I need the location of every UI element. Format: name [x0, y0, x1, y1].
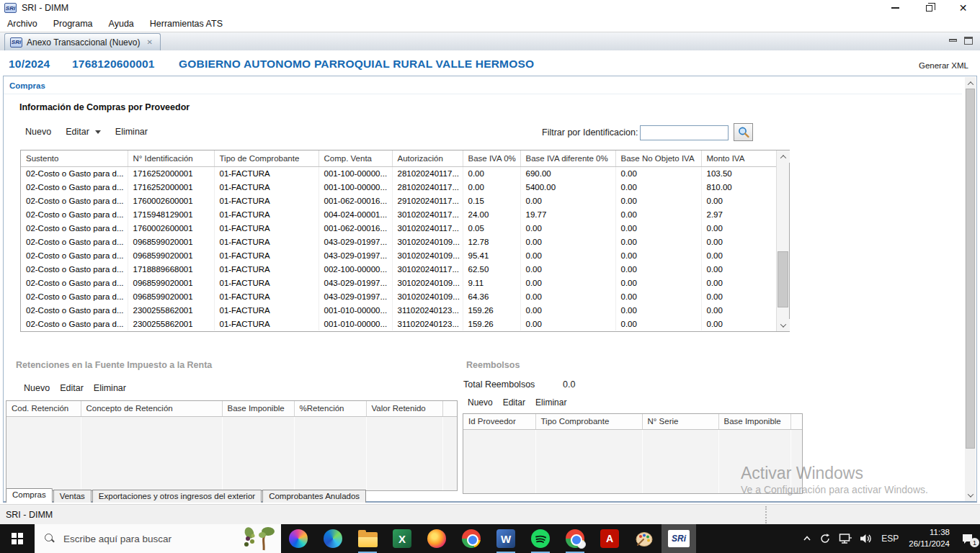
table-row[interactable]: 02-Costo o Gasto para d...09685990200010… — [21, 248, 776, 262]
generar-xml-button[interactable]: Generar XML — [919, 61, 968, 70]
col-n-serie[interactable]: N° Serie — [642, 414, 718, 429]
clock[interactable]: 11:38 26/11/2024 — [906, 527, 952, 549]
ret-nuevo-button[interactable]: Nuevo — [24, 383, 50, 393]
taskbar-sri-dimm[interactable]: SRi — [662, 524, 696, 553]
col-sustento[interactable]: Sustento — [21, 150, 128, 166]
sync-icon[interactable] — [819, 532, 832, 545]
cell: 01-FACTURA — [214, 276, 318, 289]
title-bar: SRi SRI - DIMM ✕ — [0, 0, 980, 16]
taskbar-acrobat[interactable]: A — [592, 524, 627, 553]
col-cod-retencion[interactable]: Cod. Retención — [6, 401, 81, 416]
col-base-iva-diferente[interactable]: Base IVA diferente 0% — [520, 150, 615, 166]
panel-maximize-icon[interactable] — [964, 37, 973, 45]
taskbar-paint[interactable] — [627, 524, 662, 553]
minimize-button[interactable] — [878, 0, 912, 16]
reem-nuevo-button[interactable]: Nuevo — [468, 397, 493, 408]
table-row[interactable]: 02-Costo o Gasto para d...09685990200010… — [21, 276, 776, 289]
tray-expand-icon[interactable] — [802, 534, 812, 544]
page-scrollbar[interactable] — [965, 77, 976, 501]
table-scrollbar[interactable] — [776, 150, 789, 331]
language-indicator[interactable]: ESP — [880, 534, 900, 544]
col-tipo-comprobante[interactable]: Tipo de Comprobante — [214, 150, 318, 166]
search-highlight-image[interactable] — [242, 526, 275, 552]
scroll-down-icon[interactable] — [777, 319, 790, 331]
taskbar-chrome[interactable] — [454, 524, 489, 553]
menu-ayuda[interactable]: Ayuda — [107, 19, 141, 29]
taskbar-search[interactable]: Escribe aquí para buscar — [35, 524, 281, 553]
col-pct-retencion[interactable]: %Retención — [294, 401, 366, 416]
cell: 1716252000001 — [128, 166, 214, 180]
menu-archivo[interactable]: Archivo — [6, 19, 45, 29]
table-row[interactable]: 02-Costo o Gasto para d...17600026000010… — [21, 194, 776, 207]
search-placeholder: Escribe aquí para buscar — [63, 534, 242, 544]
tab-anexo-transaccional[interactable]: SRi Anexo Transaccional (Nuevo) ✕ — [4, 33, 161, 50]
restore-button[interactable] — [912, 0, 946, 16]
taskbar-edge[interactable] — [316, 524, 350, 553]
scroll-up-icon[interactable] — [965, 77, 976, 89]
notification-center-button[interactable]: 1 — [958, 529, 977, 548]
table-row[interactable]: 02-Costo o Gasto para d...23002558620010… — [21, 303, 776, 317]
col-identificacion[interactable]: N° Identificación — [128, 150, 214, 166]
filter-input[interactable] — [640, 125, 729, 140]
eliminar-button[interactable]: Eliminar — [115, 127, 148, 137]
col-base-imponible[interactable]: Base Imponible — [222, 401, 294, 416]
taskbar-firefox[interactable] — [419, 524, 454, 553]
ret-eliminar-button[interactable]: Eliminar — [94, 383, 126, 393]
cell: 01-FACTURA — [214, 235, 318, 248]
taskbar-copilot[interactable] — [281, 524, 316, 553]
table-row[interactable]: 02-Costo o Gasto para d...17188896680010… — [21, 262, 776, 276]
cell: 01-FACTURA — [214, 262, 318, 276]
cell: 2300255862001 — [128, 317, 214, 331]
tab-compras[interactable]: Compras — [6, 488, 53, 503]
ret-editar-button[interactable]: Editar — [60, 383, 84, 393]
taskbar-spotify[interactable] — [523, 524, 558, 553]
table-row[interactable]: 02-Costo o Gasto para d...17159481290010… — [21, 207, 776, 221]
network-icon[interactable] — [838, 532, 852, 545]
col-base-iva-0[interactable]: Base IVA 0% — [463, 150, 520, 166]
table-row[interactable]: 02-Costo o Gasto para d...17162520000010… — [21, 180, 776, 194]
taskbar-word[interactable]: W — [489, 524, 523, 553]
scroll-up-icon[interactable] — [777, 150, 790, 163]
tab-close-icon[interactable]: ✕ — [144, 37, 154, 47]
col-autorizacion[interactable]: Autorización — [392, 150, 463, 166]
taskbar-chrome-profile[interactable] — [558, 524, 592, 553]
tab-exportaciones[interactable]: Exportaciones y otros ingresos del exter… — [92, 490, 262, 503]
start-button[interactable] — [0, 524, 35, 553]
tab-comprobantes-anulados[interactable]: Comprobantes Anulados — [262, 490, 366, 503]
cell: 311020240123... — [392, 317, 463, 331]
table-row[interactable]: 02-Costo o Gasto para d...17600026000010… — [21, 221, 776, 235]
scrollbar-thumb[interactable] — [778, 251, 788, 307]
scrollbar-thumb[interactable] — [966, 89, 975, 449]
reembolsos-title: Reembolsos — [466, 360, 520, 370]
cell: 0.00 — [701, 289, 776, 303]
col-valor-retenido[interactable]: Valor Retenido — [366, 401, 442, 416]
menu-herramientas-ats[interactable]: Herramientas ATS — [148, 19, 230, 29]
col-base-imponible[interactable]: Base Imponible — [718, 414, 790, 429]
scroll-down-icon[interactable] — [965, 489, 976, 501]
nuevo-button[interactable]: Nuevo — [25, 127, 51, 137]
taskbar-file-explorer[interactable] — [350, 524, 385, 553]
reem-eliminar-button[interactable]: Eliminar — [535, 397, 566, 408]
reem-editar-button[interactable]: Editar — [503, 397, 525, 408]
panel-minimize-icon[interactable] — [949, 39, 957, 42]
table-row[interactable]: 02-Costo o Gasto para d...17162520000010… — [21, 166, 776, 180]
table-row[interactable]: 02-Costo o Gasto para d...23002558620010… — [21, 317, 776, 331]
col-base-no-objeto[interactable]: Base No Objeto IVA — [615, 150, 701, 166]
filter-search-button[interactable] — [734, 123, 753, 141]
col-monto-iva[interactable]: Monto IVA — [701, 150, 776, 166]
splitter-handle[interactable] — [765, 506, 767, 523]
close-button[interactable]: ✕ — [946, 0, 980, 16]
col-concepto-retencion[interactable]: Concepto de Retención — [81, 401, 222, 416]
taskbar-excel[interactable]: X — [385, 524, 419, 553]
table-row[interactable]: 02-Costo o Gasto para d...09685990200010… — [21, 235, 776, 248]
editar-button[interactable]: Editar — [66, 127, 89, 137]
clock-date: 26/11/2024 — [909, 539, 950, 550]
col-id-proveedor[interactable]: Id Proveedor — [463, 414, 535, 429]
menu-programa[interactable]: Programa — [52, 19, 100, 29]
col-comp-venta[interactable]: Comp. Venta — [318, 150, 392, 166]
col-tipo-comprobante[interactable]: Tipo Comprobante — [535, 414, 642, 429]
editar-dropdown-icon[interactable] — [95, 130, 101, 134]
volume-icon[interactable] — [859, 532, 873, 545]
tab-ventas[interactable]: Ventas — [53, 490, 92, 503]
table-row[interactable]: 02-Costo o Gasto para d...09685990200010… — [21, 289, 776, 303]
